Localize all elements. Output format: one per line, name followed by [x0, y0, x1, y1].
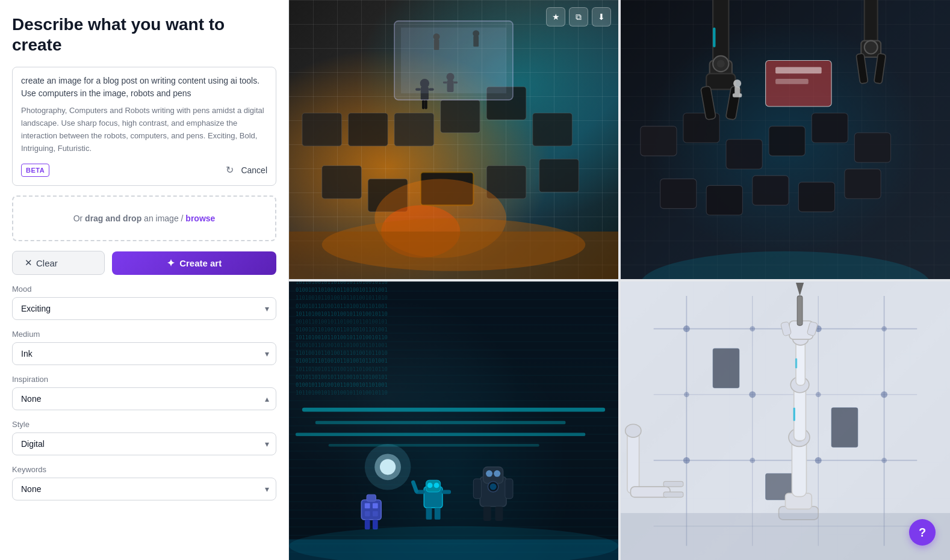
star-button-2[interactable]: ★: [878, 7, 897, 26]
svg-point-157: [626, 424, 641, 437]
medium-select-wrapper: Ink Watercolor Oil Paint Digital Pencil …: [12, 342, 276, 365]
beta-badge: BETA: [21, 164, 49, 177]
image-svg-3: 01001011010010110100101101001 1011010010…: [289, 282, 618, 561]
svg-rect-1: [348, 113, 388, 146]
svg-point-130: [749, 391, 756, 398]
cancel-button[interactable]: Cancel: [241, 165, 267, 175]
inspiration-label: Inspiration: [12, 375, 276, 384]
svg-point-98: [434, 482, 439, 488]
svg-point-125: [683, 325, 690, 332]
help-button[interactable]: ?: [909, 519, 936, 546]
svg-rect-10: [539, 159, 579, 192]
star-button-4[interactable]: ★: [878, 289, 897, 308]
svg-rect-81: [315, 420, 566, 423]
svg-rect-57: [734, 87, 740, 94]
refresh-button[interactable]: ↻: [223, 162, 236, 178]
prompt-generated-text: Photography, Computers and Robots writin…: [21, 105, 267, 155]
svg-rect-18: [424, 100, 427, 109]
svg-point-97: [427, 482, 433, 488]
svg-rect-111: [505, 479, 513, 499]
svg-point-128: [881, 326, 887, 331]
svg-rect-40: [753, 176, 789, 205]
robot-elements-3: 01001011010010110100101101001 1011010010…: [289, 282, 618, 561]
svg-rect-35: [769, 126, 805, 156]
clear-x-icon: ✕: [25, 257, 33, 268]
svg-rect-154: [793, 407, 795, 420]
prompt-box[interactable]: create an image for a blog post on writi…: [12, 67, 276, 186]
svg-rect-25: [434, 39, 439, 50]
star-button-1[interactable]: ★: [546, 7, 565, 26]
svg-text:00101101001011010010110100101: 00101101001011010010110100101: [296, 318, 388, 324]
svg-text:00101101001011010010110100101: 00101101001011010010110100101: [296, 374, 388, 380]
svg-rect-17: [422, 100, 424, 109]
keywords-label: Keywords: [12, 465, 276, 474]
image-1-actions: ★ ⧉ ⬇: [546, 7, 611, 26]
copy-button-3[interactable]: ⧉: [569, 289, 588, 308]
clear-button[interactable]: ✕ Clear: [12, 251, 105, 275]
svg-rect-6: [322, 166, 362, 199]
svg-rect-88: [365, 503, 370, 508]
svg-rect-61: [775, 79, 809, 84]
style-select-wrapper: Digital Realistic Abstract Cartoon Sketc…: [12, 432, 276, 455]
svg-text:01001011010010110100101101001: 01001011010010110100101101001: [296, 381, 388, 387]
svg-text:10110100101101001011010010110: 10110100101101001011010010110: [296, 366, 388, 372]
svg-text:10110100101101001011010010110: 10110100101101001011010010110: [296, 389, 388, 395]
style-label: Style: [12, 420, 276, 429]
medium-select[interactable]: Ink Watercolor Oil Paint Digital Pencil: [12, 342, 276, 365]
svg-rect-90: [365, 511, 370, 516]
keywords-select[interactable]: None: [12, 478, 276, 500]
keywords-select-wrapper: None ▾: [12, 478, 276, 500]
svg-point-136: [881, 458, 887, 463]
svg-point-135: [815, 457, 822, 463]
svg-point-86: [365, 444, 411, 490]
create-label: Create art: [179, 258, 222, 268]
copy-button-1[interactable]: ⧉: [569, 7, 588, 26]
svg-rect-0: [302, 113, 342, 146]
image-cell-4[interactable]: ★ ⧉ ⬇: [621, 282, 950, 561]
svg-text:01001011010010110100101101001: 01001011010010110100101101001: [296, 342, 388, 348]
svg-rect-100: [442, 490, 451, 494]
copy-button-4[interactable]: ⧉: [901, 289, 920, 308]
prompt-footer: BETA ↻ Cancel: [21, 162, 267, 178]
image-cell-3[interactable]: 01001011010010110100101101001 1011010010…: [289, 282, 618, 561]
download-button-4[interactable]: ⬇: [924, 289, 943, 308]
mood-select-wrapper: Exciting Calm Dark Happy Mysterious ▾: [12, 297, 276, 320]
svg-point-106: [486, 470, 492, 476]
inspiration-select[interactable]: None Monet Picasso Da Vinci Van Gogh: [12, 387, 276, 410]
svg-rect-159: [663, 481, 683, 487]
svg-rect-45: [706, 73, 735, 89]
svg-point-126: [750, 326, 755, 331]
svg-rect-155: [795, 358, 797, 368]
svg-text:11010010110100101101001011010: 11010010110100101101001011010: [296, 350, 388, 356]
robot-elements-2: [621, 0, 950, 279]
style-select[interactable]: Digital Realistic Abstract Cartoon Sketc…: [12, 432, 276, 455]
svg-text:01001011010010110100101101001: 01001011010010110100101101001: [296, 303, 388, 309]
svg-rect-82: [296, 432, 585, 435]
copy-button-2[interactable]: ⧉: [901, 7, 920, 26]
svg-rect-103: [435, 508, 441, 520]
download-button-2[interactable]: ⬇: [924, 7, 943, 26]
image-svg-4: [621, 282, 950, 561]
download-button-1[interactable]: ⬇: [592, 7, 611, 26]
browse-link[interactable]: browse: [185, 214, 215, 223]
svg-rect-60: [775, 67, 822, 73]
clear-label: Clear: [36, 258, 58, 268]
download-button-3[interactable]: ⬇: [592, 289, 611, 308]
svg-rect-42: [845, 169, 881, 198]
drop-zone[interactable]: Or drag and drop an image / browse: [12, 195, 276, 241]
svg-rect-37: [854, 133, 890, 162]
svg-rect-138: [831, 407, 858, 447]
svg-rect-92: [367, 494, 376, 501]
mood-select[interactable]: Exciting Calm Dark Happy Mysterious: [12, 297, 276, 320]
svg-rect-137: [713, 348, 739, 388]
svg-rect-83: [329, 444, 539, 446]
svg-point-47: [717, 60, 725, 67]
svg-rect-152: [797, 295, 803, 325]
svg-rect-9: [486, 166, 526, 199]
svg-rect-38: [660, 179, 697, 208]
sparkle-icon: ✦: [167, 257, 175, 269]
image-cell-2[interactable]: ★ ⧉ ⬇: [621, 0, 950, 279]
create-art-button[interactable]: ✦ Create art: [112, 251, 276, 275]
image-cell-1[interactable]: ★ ⧉ ⬇: [289, 0, 618, 279]
star-button-3[interactable]: ★: [546, 289, 565, 308]
